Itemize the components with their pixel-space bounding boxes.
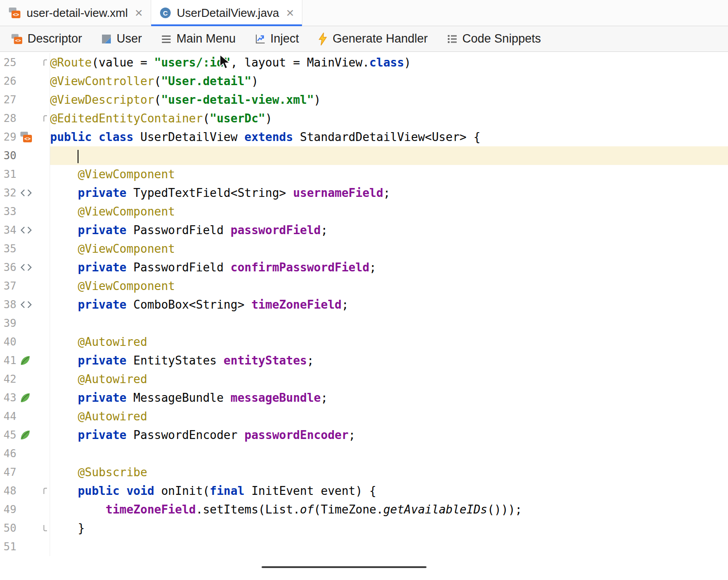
- gutter[interactable]: 45: [0, 426, 50, 444]
- gutter[interactable]: 40: [0, 333, 50, 351]
- fold-start-icon[interactable]: [42, 58, 49, 67]
- angle-brackets-icon[interactable]: [20, 263, 33, 272]
- code-text: timeZoneField.setItems(List.of(TimeZone.…: [50, 500, 728, 519]
- code-line[interactable]: 35 @ViewComponent: [0, 239, 728, 258]
- toolbar-descriptor-button[interactable]: <> Descriptor: [11, 32, 82, 46]
- code-line[interactable]: 39: [0, 314, 728, 333]
- gutter[interactable]: 31: [0, 165, 50, 184]
- line-number: 43: [4, 392, 16, 404]
- code-text: public void onInit(final InitEvent event…: [50, 482, 728, 500]
- code-text: @ViewController("User.detail"): [50, 72, 728, 90]
- toolbar-code-snippets-button[interactable]: Code Snippets: [446, 32, 541, 46]
- angle-brackets-icon[interactable]: [20, 300, 33, 310]
- code-line[interactable]: 46: [0, 444, 728, 463]
- gutter[interactable]: 46: [0, 444, 50, 463]
- gutter[interactable]: 44: [0, 407, 50, 426]
- code-line[interactable]: 36 private PasswordField confirmPassword…: [0, 258, 728, 277]
- gutter[interactable]: 49: [0, 500, 50, 519]
- line-number: 36: [4, 261, 16, 274]
- code-line[interactable]: 45 private PasswordEncoder passwordEncod…: [0, 426, 728, 444]
- gutter[interactable]: 34: [0, 221, 50, 239]
- fold-start-icon[interactable]: [42, 486, 49, 495]
- code-line[interactable]: 37 @ViewComponent: [0, 277, 728, 295]
- gutter[interactable]: 33: [0, 202, 50, 221]
- code-line[interactable]: 48 public void onInit(final InitEvent ev…: [0, 482, 728, 500]
- line-number: 33: [4, 205, 16, 218]
- code-line[interactable]: 50 }: [0, 519, 728, 537]
- gutter[interactable]: 37: [0, 277, 50, 295]
- svg-text:C: C: [163, 9, 168, 17]
- code-line[interactable]: 44 @Autowired: [0, 407, 728, 426]
- gutter[interactable]: 43: [0, 388, 50, 407]
- descriptor-badge-icon[interactable]: <>: [20, 130, 33, 144]
- line-number: 42: [4, 373, 16, 385]
- gutter[interactable]: 41: [0, 351, 50, 370]
- code-line[interactable]: 33 @ViewComponent: [0, 202, 728, 221]
- gutter[interactable]: 47: [0, 463, 50, 482]
- gutter[interactable]: 36: [0, 258, 50, 277]
- gutter[interactable]: 51: [0, 537, 50, 556]
- line-number: 26: [4, 75, 16, 87]
- code-line[interactable]: 29<>public class UserDetailView extends …: [0, 128, 728, 146]
- code-line[interactable]: 51: [0, 537, 728, 556]
- angle-brackets-icon[interactable]: [20, 225, 33, 235]
- code-line[interactable]: 25@Route(value = "users/:id", layout = M…: [0, 53, 728, 72]
- user-entity-icon: [101, 33, 112, 45]
- fold-end-icon[interactable]: [42, 524, 49, 533]
- line-number: 31: [4, 168, 16, 180]
- close-tab-icon[interactable]: ×: [135, 6, 143, 20]
- gutter[interactable]: 50: [0, 519, 50, 537]
- toolbar-label: Inject: [270, 32, 299, 46]
- angle-brackets-icon[interactable]: [20, 188, 33, 198]
- code-line[interactable]: 28@EditedEntityContainer("userDc"): [0, 109, 728, 128]
- code-line[interactable]: 34 private PasswordField passwordField;: [0, 221, 728, 239]
- code-line[interactable]: 32 private TypedTextField<String> userna…: [0, 184, 728, 202]
- code-text: [50, 146, 728, 165]
- fold-start-icon[interactable]: [42, 114, 49, 123]
- gutter[interactable]: 32: [0, 184, 50, 202]
- gutter[interactable]: 30: [0, 146, 50, 165]
- spring-leaf-icon[interactable]: [20, 392, 31, 404]
- toolbar-user-button[interactable]: User: [101, 32, 142, 46]
- code-line[interactable]: 26@ViewController("User.detail"): [0, 72, 728, 90]
- code-line[interactable]: 27@ViewDescriptor("user-detail-view.xml"…: [0, 90, 728, 109]
- code-line[interactable]: 31 @ViewComponent: [0, 165, 728, 184]
- ide-window: <> user-detail-view.xml × C UserDetailVi…: [0, 0, 728, 580]
- toolbar-inject-button[interactable]: Inject: [254, 32, 299, 46]
- code-text: @Autowired: [50, 407, 728, 426]
- code-line[interactable]: 38 private ComboBox<String> timeZoneFiel…: [0, 295, 728, 314]
- tab-userdetailview-java[interactable]: C UserDetailView.java ×: [151, 0, 302, 26]
- code-line[interactable]: 43 private MessageBundle messageBundle;: [0, 388, 728, 407]
- code-line[interactable]: 30: [0, 146, 728, 165]
- gutter[interactable]: 35: [0, 239, 50, 258]
- toolbar-main-menu-button[interactable]: Main Menu: [160, 32, 236, 46]
- gutter[interactable]: 48: [0, 482, 50, 500]
- gutter[interactable]: 27: [0, 90, 50, 109]
- line-number: 30: [4, 149, 16, 162]
- code-text: private PasswordField confirmPasswordFie…: [50, 258, 728, 277]
- code-line[interactable]: 41 private EntityStates entityStates;: [0, 351, 728, 370]
- code-line[interactable]: 49 timeZoneField.setItems(List.of(TimeZo…: [0, 500, 728, 519]
- gutter[interactable]: 38: [0, 295, 50, 314]
- close-tab-icon[interactable]: ×: [286, 6, 294, 20]
- code-snippets-icon: [446, 33, 458, 45]
- spring-leaf-icon[interactable]: [20, 429, 31, 441]
- tab-user-detail-view-xml[interactable]: <> user-detail-view.xml ×: [0, 0, 151, 26]
- gutter[interactable]: 26: [0, 72, 50, 90]
- gutter[interactable]: 39: [0, 314, 50, 333]
- java-class-icon: C: [159, 7, 172, 19]
- gutter[interactable]: 42: [0, 370, 50, 388]
- code-line[interactable]: 42 @Autowired: [0, 370, 728, 388]
- line-number: 41: [4, 354, 16, 367]
- code-line[interactable]: 40 @Autowired: [0, 333, 728, 351]
- spring-leaf-icon[interactable]: [20, 355, 31, 366]
- line-number: 27: [4, 94, 16, 106]
- code-line[interactable]: 47 @Subscribe: [0, 463, 728, 482]
- toolbar-generate-handler-button[interactable]: Generate Handler: [317, 32, 428, 46]
- gutter[interactable]: 25: [0, 53, 50, 72]
- inject-icon: [254, 33, 266, 45]
- code-editor[interactable]: 25@Route(value = "users/:id", layout = M…: [0, 52, 728, 556]
- gutter[interactable]: 28: [0, 109, 50, 128]
- gutter[interactable]: 29<>: [0, 128, 50, 146]
- code-text: [50, 444, 728, 463]
